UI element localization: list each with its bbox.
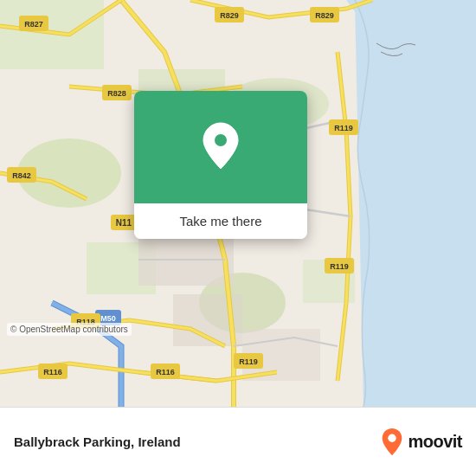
location-popup: Take me there [134,91,307,239]
svg-text:R119: R119 [239,357,258,366]
map-container[interactable]: N11 N11 R827 R828 R829 R829 R842 R119 R1… [0,0,476,407]
moovit-pin-icon [380,428,404,457]
bottom-bar: Ballybrack Parking, Ireland moovit [0,407,476,476]
svg-point-43 [389,434,396,441]
svg-text:R829: R829 [220,11,239,20]
svg-text:R119: R119 [330,262,349,271]
svg-point-42 [214,133,228,147]
moovit-text: moovit [408,432,462,452]
location-pin-icon [199,121,242,173]
osm-credit: © OpenStreetMap contributors [7,323,132,336]
svg-text:N11: N11 [116,218,132,228]
svg-text:R119: R119 [334,124,353,132]
svg-text:R116: R116 [43,368,62,376]
location-info: Ballybrack Parking, Ireland [14,434,181,449]
svg-text:R828: R828 [107,89,126,98]
take-me-there-button[interactable]: Take me there [134,203,307,239]
moovit-logo: moovit [380,428,462,457]
location-name: Ballybrack Parking, Ireland [14,434,181,449]
svg-text:R842: R842 [12,171,31,180]
svg-text:R829: R829 [315,11,334,20]
svg-text:R116: R116 [156,368,175,376]
svg-text:M50: M50 [100,314,116,323]
svg-text:R827: R827 [24,20,43,29]
popup-green-area [134,91,307,203]
